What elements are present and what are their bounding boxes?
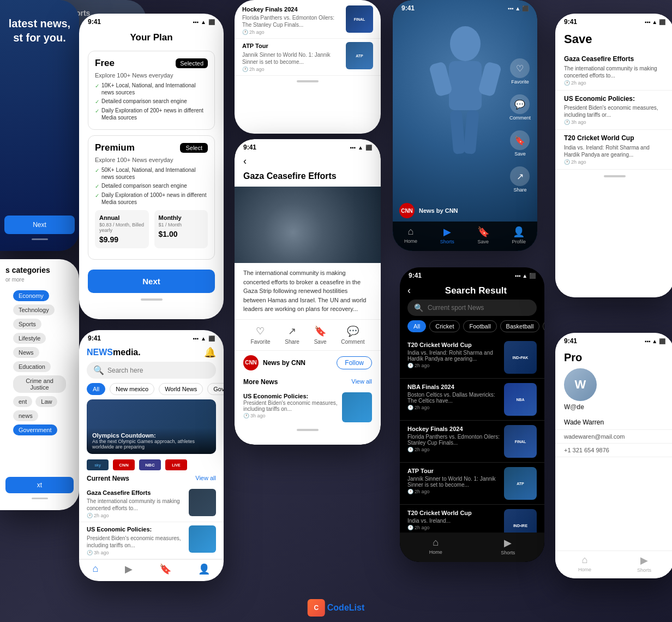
chip-economy[interactable]: Economy [13, 290, 49, 301]
categories-next-button[interactable]: xt [5, 477, 74, 493]
search-nav-home[interactable]: ⌂ Home [429, 537, 442, 555]
shorts-favorite-button[interactable]: ♡ Favorite [510, 58, 530, 85]
save-item-3[interactable]: T20 Cricket World Cup India vs. Ireland:… [555, 130, 672, 170]
news-logo: NEWSmedia. [87, 348, 141, 357]
nav-save[interactable]: 🔖 [159, 563, 171, 575]
shorts-nav-home[interactable]: ⌂ Home [404, 226, 417, 244]
favorite-button[interactable]: ♡ Favorite [250, 325, 270, 345]
profile-nav-shorts[interactable]: ▶ Shorts [637, 554, 651, 573]
list-item-atp-time: 🕐 2h ago [242, 67, 341, 72]
annual-option[interactable]: Annual $0.83 / Month, Billed yearly $9.9… [95, 210, 149, 248]
search-shorts-icon: ▶ [504, 537, 512, 549]
shorts-favorite-label: Favorite [511, 79, 529, 85]
premium-feature-2: Detailed comparison search engine [95, 182, 208, 190]
search-nav-shorts[interactable]: ▶ Shorts [501, 537, 515, 555]
search-result-3[interactable]: Hockey Finals 2024 Florida Panthers vs. … [400, 421, 544, 463]
chip-ent[interactable]: ent [13, 396, 32, 407]
tab-newmexico[interactable]: New mexico [110, 383, 154, 395]
save-action-icon: 🔖 [314, 325, 326, 337]
shorts-icon: ▶ [125, 563, 133, 575]
news-item-1-desc: The international community is making co… [87, 498, 184, 512]
more-news-item-1[interactable]: US Economic Policies: President Biden's … [235, 389, 381, 426]
source-cnn: CNN [113, 459, 135, 470]
search-home-label: Home [429, 549, 442, 555]
tab-government[interactable]: Government [207, 383, 224, 395]
source-name: News by CNN [263, 359, 332, 367]
list-item-hockey[interactable]: Hockey Finals 2024 Florida Panthers vs. … [235, 2, 381, 39]
shorts-shorts-icon: ▶ [443, 226, 451, 238]
premium-plan-header: Premium Select [95, 142, 208, 153]
shorts-nav-shorts[interactable]: ▶ Shorts [440, 226, 454, 244]
phone-categories: s categories or more Economy Technology … [0, 259, 79, 510]
search-tab-hockey[interactable]: Hockey [543, 320, 544, 332]
categories-content: s categories or more Economy Technology … [0, 259, 79, 445]
tab-worldnews[interactable]: World News [159, 383, 203, 395]
search-dark-input[interactable] [428, 304, 530, 312]
shorts-shorts-label: Shorts [440, 239, 454, 244]
chip-education[interactable]: Education [13, 361, 51, 372]
more-news-viewall[interactable]: View all [351, 378, 372, 386]
news-view-all[interactable]: View all [195, 475, 216, 482]
profile-field-phone: +1 321 654 9876 [555, 444, 672, 457]
news-item-1[interactable]: Gaza Ceasefire Efforts The international… [79, 486, 224, 522]
article-status-time: 9:41 [243, 143, 256, 151]
list-item-atp[interactable]: ATP Tour Jannik Sinner to World No. 1: J… [235, 39, 381, 75]
shorts-nav-save[interactable]: 🔖 Save [477, 226, 489, 244]
onboarding-headline: latest news,st for you. [4, 16, 75, 45]
profile-email-value: wadewaren@mail.com [564, 433, 665, 440]
news-search-input[interactable] [107, 367, 209, 374]
news-search-bar[interactable]: 🔍 [87, 362, 216, 379]
search-back-icon[interactable]: ‹ [407, 285, 411, 296]
chip-law[interactable]: Law [35, 396, 57, 407]
profile-nav-home[interactable]: ⌂ Home [578, 554, 591, 573]
shorts-nav-profile[interactable]: 👤 Profile [512, 226, 526, 244]
save-button[interactable]: 🔖 Save [314, 325, 327, 345]
shorts-status-bar: 9:41 ▪▪▪ ▲ ⬛ [393, 0, 537, 12]
plan-next-button[interactable]: Next [88, 270, 215, 293]
search-result-2[interactable]: NBA Finals 2024 Boston Celtics vs. Dalla… [400, 379, 544, 421]
search-result-4[interactable]: ATP Tour Jannik Sinner to World No. 1: J… [400, 463, 544, 505]
nav-home[interactable]: ⌂ [93, 563, 99, 575]
comment-icon: 💬 [347, 325, 359, 337]
shorts-share-button[interactable]: ↗ Share [510, 166, 530, 193]
save-item-1[interactable]: Gaza Ceasefire Efforts The international… [555, 51, 672, 91]
search-tab-basketball[interactable]: Basketball [500, 320, 540, 332]
shorts-save-button[interactable]: 🔖 Save [510, 130, 530, 157]
back-icon[interactable]: ‹ [243, 156, 247, 166]
chip-news2[interactable]: news [13, 410, 38, 421]
onboarding-start-button[interactable]: Next [4, 216, 75, 234]
nav-shorts[interactable]: ▶ [125, 563, 133, 575]
premium-select-button[interactable]: Select [180, 143, 208, 153]
share-button[interactable]: ↗ Share [285, 325, 299, 345]
article-screen: 9:41 ▪▪▪▲⬛ ‹ Gaza Ceasefire Efforts The … [235, 139, 381, 445]
chip-news[interactable]: News [13, 347, 39, 358]
list-item-hockey-title: Hockey Finals 2024 [242, 5, 341, 13]
shorts-save-nav-icon: 🔖 [477, 226, 489, 238]
follow-button[interactable]: Follow [337, 356, 372, 369]
chip-lifestyle[interactable]: Lifestyle [13, 333, 46, 344]
save-item-2[interactable]: US Economic Policies: President Biden's … [555, 91, 672, 130]
notification-bell-icon[interactable]: 🔔 [204, 346, 216, 358]
news-item-1-thumb [189, 489, 216, 516]
profile-page-title: Pro [564, 351, 665, 364]
chip-technology[interactable]: Technology [13, 304, 55, 315]
featured-news-card[interactable]: Olympics Countdown: As the next Olympic … [87, 399, 216, 454]
comment-button[interactable]: 💬 Comment [341, 325, 364, 345]
search-bar-dark[interactable]: 🔍 [407, 300, 537, 316]
search-tab-football[interactable]: Football [463, 320, 496, 332]
nav-profile[interactable]: 👤 [198, 563, 210, 575]
chip-sports[interactable]: Sports [13, 319, 41, 330]
shorts-comment-button[interactable]: 💬 Comment [509, 94, 531, 121]
chip-government[interactable]: Government [13, 424, 57, 435]
search-tab-cricket[interactable]: Cricket [429, 320, 460, 332]
article-nav[interactable]: ‹ [235, 151, 381, 171]
tab-all[interactable]: All [87, 383, 105, 395]
search-result-1[interactable]: T20 Cricket World Cup India vs. Ireland:… [400, 337, 544, 379]
chip-crime[interactable]: Crime and Justice [13, 375, 66, 393]
phone-profile: 9:41 ▪▪▪ ▲ ⬛ Pro W W@de Wade Warren wade… [555, 333, 672, 578]
news-item-2[interactable]: US Economic Policies: President Biden's … [79, 522, 224, 559]
search-tab-all[interactable]: All [407, 320, 426, 332]
profile-shorts-label: Shorts [637, 567, 651, 573]
shorts-home-icon: ⌂ [407, 226, 413, 237]
monthly-option[interactable]: Monthly $1 / Month $1.00 [154, 210, 208, 248]
